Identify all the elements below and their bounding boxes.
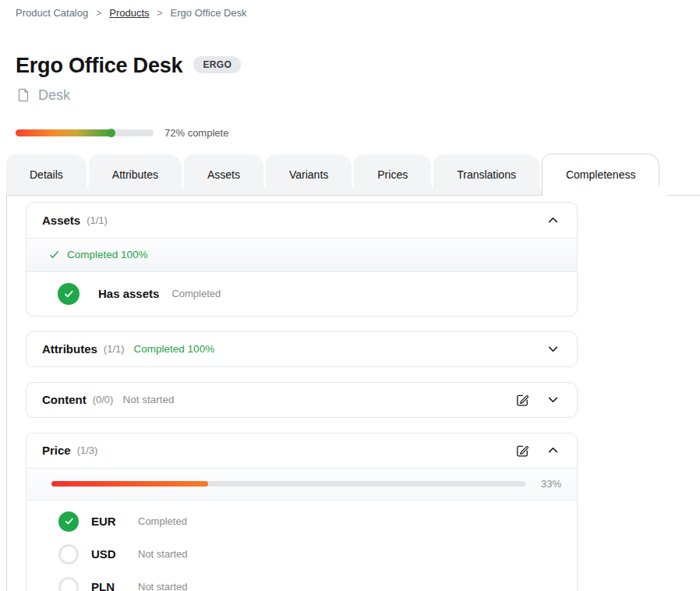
item-status: Not started xyxy=(138,581,188,591)
overall-progress-fill xyxy=(16,129,115,136)
completed-check-icon xyxy=(58,283,80,305)
tab-bar: Details Attributes Assets Variants Price… xyxy=(6,153,700,195)
section-header-price[interactable]: Price (1/3) xyxy=(27,434,577,468)
status-banner: Completed 100% xyxy=(27,238,577,272)
breadcrumb-separator: > xyxy=(96,8,101,19)
overall-progress-bar xyxy=(16,129,154,136)
section-card-assets: Assets (1/1) Completed 100% Has assets C… xyxy=(26,202,578,317)
section-title: Assets xyxy=(42,214,80,227)
checklist-item-has-assets: Has assets Completed xyxy=(27,272,577,316)
tab-translations[interactable]: Translations xyxy=(433,154,539,195)
section-title: Price xyxy=(42,444,71,457)
completeness-panel: Assets (1/1) Completed 100% Has assets C… xyxy=(6,195,700,591)
collapse-button[interactable] xyxy=(545,442,561,458)
item-label: Has assets xyxy=(98,287,159,300)
section-card-content: Content (0/0) Not started xyxy=(26,382,578,418)
not-started-circle-icon xyxy=(58,577,79,591)
breadcrumb-item-current: Ergo Office Desk xyxy=(171,7,247,19)
breadcrumb-separator: > xyxy=(157,8,163,19)
price-progress: 33% xyxy=(27,468,577,501)
file-icon xyxy=(16,87,31,103)
section-status: Not started xyxy=(122,394,174,405)
section-card-price: Price (1/3) xyxy=(26,433,578,591)
item-label: EUR xyxy=(91,515,126,528)
section-count: (1/1) xyxy=(104,343,125,355)
item-status: Completed xyxy=(138,515,187,527)
expand-button[interactable] xyxy=(545,391,561,408)
section-card-attributes: Attributes (1/1) Completed 100% xyxy=(26,331,578,367)
product-key-badge: ERGO xyxy=(193,56,241,73)
price-progress-bar xyxy=(51,481,525,487)
item-label: PLN xyxy=(91,580,126,591)
section-title: Content xyxy=(42,393,87,406)
breadcrumb-item-product-catalog[interactable]: Product Catalog xyxy=(16,7,88,19)
checklist-item-usd: USD Not started xyxy=(27,538,577,571)
breadcrumb-item-products[interactable]: Products xyxy=(109,7,149,19)
section-header-content[interactable]: Content (0/0) Not started xyxy=(27,383,577,417)
section-count: (0/0) xyxy=(93,394,114,405)
edit-button[interactable] xyxy=(514,391,531,409)
section-header-attributes[interactable]: Attributes (1/1) Completed 100% xyxy=(27,332,577,366)
price-progress-fill xyxy=(51,481,208,487)
section-title: Attributes xyxy=(42,342,97,356)
tab-details[interactable]: Details xyxy=(6,154,87,195)
section-count: (1/3) xyxy=(77,444,98,456)
expand-button[interactable] xyxy=(545,341,561,357)
edit-icon xyxy=(515,444,529,458)
tab-completeness[interactable]: Completeness xyxy=(542,154,660,196)
tab-assets[interactable]: Assets xyxy=(184,154,263,195)
checklist-item-eur: EUR Completed xyxy=(27,505,577,538)
completed-check-icon xyxy=(58,511,79,532)
overall-progress-label: 72% complete xyxy=(164,127,228,139)
tab-variants[interactable]: Variants xyxy=(266,154,352,195)
edit-icon xyxy=(515,393,529,407)
chevron-down-icon xyxy=(546,393,560,406)
not-started-circle-icon xyxy=(58,544,79,564)
chevron-up-icon xyxy=(546,444,560,457)
overall-progress: 72% complete xyxy=(0,104,700,139)
item-status: Not started xyxy=(138,548,188,560)
section-status: Completed 100% xyxy=(134,343,215,355)
section-header-assets[interactable]: Assets (1/1) xyxy=(27,203,577,238)
tab-prices[interactable]: Prices xyxy=(354,154,431,195)
tab-attributes[interactable]: Attributes xyxy=(89,154,182,195)
edit-button[interactable] xyxy=(514,442,531,459)
checklist-item-pln: PLN Not started xyxy=(27,571,577,591)
product-type-label: Desk xyxy=(38,87,70,104)
item-status: Completed xyxy=(171,288,221,299)
breadcrumb: Product Catalog > Products > Ergo Office… xyxy=(0,0,700,19)
item-label: USD xyxy=(91,547,126,561)
page-header: Ergo Office Desk ERGO xyxy=(0,19,700,78)
chevron-up-icon xyxy=(546,214,560,227)
product-type: Desk xyxy=(0,78,700,104)
price-progress-label: 33% xyxy=(541,478,561,490)
chevron-down-icon xyxy=(546,342,560,356)
check-icon xyxy=(48,249,60,260)
collapse-button[interactable] xyxy=(545,212,561,228)
page-title: Ergo Office Desk xyxy=(16,55,182,78)
status-banner-label: Completed 100% xyxy=(67,249,148,260)
section-count: (1/1) xyxy=(87,214,108,226)
